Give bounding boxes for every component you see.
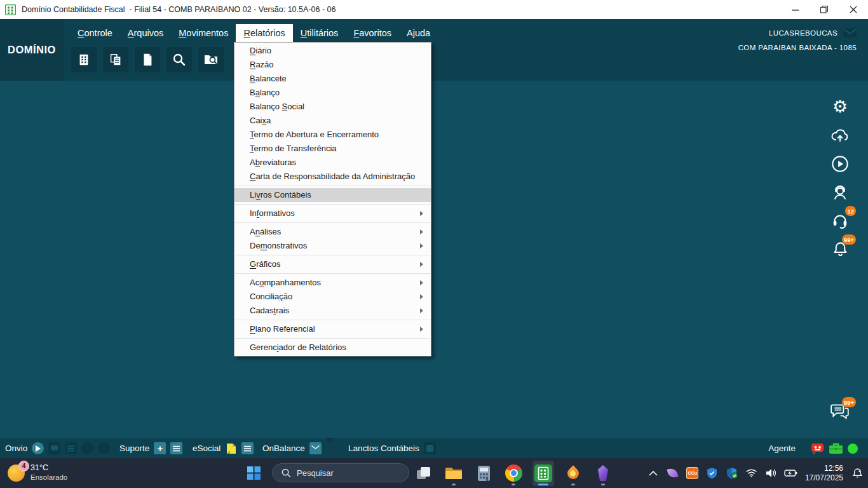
app-header: DOMÍNIO ControleArquivosMovimentosRelató… (0, 19, 868, 81)
settings-gear-icon[interactable]: ⚙ (830, 97, 850, 117)
menu-controle[interactable]: Controle (70, 24, 120, 42)
task-view-button[interactable] (413, 461, 435, 486)
onbalance-mail-icon[interactable] (309, 442, 322, 454)
menu-item-caixa[interactable]: Caixa (234, 114, 431, 128)
lanctos-icon[interactable] (424, 442, 436, 454)
submenu-arrow-icon (420, 280, 423, 285)
menu-separator (235, 255, 430, 255)
chat-messages-icon[interactable]: 99+ (830, 402, 850, 422)
menu-item-plano-referencial[interactable]: Plano Referencial (234, 322, 431, 336)
clock-time: 12:56 (805, 464, 843, 473)
start-button[interactable] (247, 466, 261, 480)
menu-separator (235, 338, 430, 339)
menu-item-balancete[interactable]: Balancete (234, 72, 431, 86)
menu-item-balanco[interactable]: Balanço (234, 86, 431, 100)
onvio-circle2-icon[interactable] (98, 442, 110, 454)
headset-support-icon[interactable]: 12 (830, 210, 850, 231)
weather-widget[interactable]: 4 31°C Ensolarado (8, 463, 67, 482)
chrome-button[interactable] (503, 461, 524, 486)
menu-item-informativos[interactable]: Informativos (234, 207, 431, 220)
menu-item-conciliacao[interactable]: Conciliação (234, 290, 431, 304)
lanctos-group[interactable]: Lanctos Contábeis (348, 438, 436, 458)
menu-item-razao[interactable]: Razão (234, 58, 431, 72)
tray-ccu-icon[interactable]: CCu (686, 464, 700, 483)
windows-taskbar: 4 31°C Ensolarado Pesquisar (0, 458, 868, 488)
toolbar (71, 47, 224, 72)
menu-item-acompanhamentos[interactable]: Acompanhamentos (234, 276, 431, 290)
menu-item-diario[interactable]: Diário (234, 44, 431, 58)
menu-ajuda[interactable]: Ajuda (399, 24, 438, 42)
menu-relatorios[interactable]: Relatórios (236, 24, 292, 42)
assistant-avatar-icon[interactable] (830, 182, 850, 203)
suporte-list-icon[interactable] (170, 442, 182, 454)
play-tutorial-icon[interactable] (830, 154, 850, 174)
menu-item-carta-de-responsabilidade-da-administracao[interactable]: Carta de Responsabilidade da Administraç… (234, 170, 431, 184)
firebird-flame-button[interactable] (562, 461, 584, 486)
esocial-group[interactable]: eSocial (193, 438, 254, 458)
minimize-button[interactable] (780, 0, 810, 19)
menu-item-graficos[interactable]: Gráficos (234, 257, 431, 271)
agente-group[interactable]: Agente (768, 438, 858, 458)
onvio-group[interactable]: Onvio (5, 438, 110, 458)
tray-wifi-icon[interactable] (745, 464, 759, 483)
copy-documents-button[interactable] (103, 47, 128, 72)
building-icon (77, 53, 91, 67)
agente-briefcase-icon[interactable] (829, 442, 843, 454)
tray-notification-bell-icon[interactable]: z (850, 464, 864, 483)
calculator-app-button[interactable] (473, 461, 494, 486)
esocial-list-icon[interactable] (241, 442, 254, 454)
menu-item-demonstrativos[interactable]: Demonstrativos (234, 239, 431, 253)
weather-condition: Ensolarado (31, 473, 67, 482)
taskbar-search[interactable]: Pesquisar (272, 463, 409, 482)
tray-volume-icon[interactable] (764, 464, 778, 483)
mail-envelope-icon[interactable] (843, 28, 857, 37)
folder-search-icon (203, 52, 219, 67)
menu-item-balanco-social[interactable]: Balanço Social (234, 100, 431, 114)
company-building-button[interactable] (71, 47, 97, 72)
cloud-upload-icon[interactable] (830, 125, 850, 146)
agente-status-dot[interactable] (848, 444, 858, 454)
menu-item-gerenciador-de-relatorios[interactable]: Gerenciador de Relatórios (234, 341, 431, 355)
dominio-logo: DOMÍNIO (0, 19, 64, 81)
agente-robot-icon[interactable] (811, 442, 824, 454)
obsidian-gem-button[interactable] (592, 461, 614, 486)
tray-defender-icon[interactable] (725, 464, 739, 483)
menu-separator (235, 204, 430, 205)
menu-item-termo-de-abertura-e-encerramento[interactable]: Termo de Abertura e Encerramento (234, 128, 431, 142)
tray-clock[interactable]: 12:56 17/07/2025 (805, 464, 843, 483)
clock-date: 17/07/2025 (805, 473, 843, 483)
onvio-list-icon[interactable] (65, 442, 77, 454)
menu-utilitarios[interactable]: Utilitários (293, 24, 346, 42)
tray-feather-icon[interactable] (666, 464, 680, 483)
search-button[interactable] (166, 47, 192, 72)
onvio-chat-icon[interactable] (48, 442, 60, 454)
menu-item-cadastrais[interactable]: Cadastrais (234, 304, 431, 318)
folder-search-button[interactable] (198, 47, 224, 72)
submenu-arrow-icon (420, 308, 423, 313)
relatorios-dropdown: DiárioRazãoBalanceteBalançoBalanço Socia… (234, 42, 431, 356)
suporte-group[interactable]: Suporte + (119, 438, 182, 458)
menu-item-termo-de-transferencia[interactable]: Termo de Transferência (234, 142, 431, 156)
submenu-arrow-icon (420, 229, 423, 234)
tray-shield-icon[interactable] (705, 464, 719, 483)
new-document-button[interactable] (135, 47, 160, 72)
menu-item-abreviaturas[interactable]: Abreviaturas (234, 156, 431, 170)
menu-favoritos[interactable]: Favoritos (346, 24, 399, 42)
onbalance-group[interactable]: OnBalance (262, 438, 334, 458)
onvio-play-icon[interactable] (32, 442, 44, 454)
tray-battery-icon[interactable] (784, 464, 798, 483)
dominio-app-button[interactable] (532, 461, 554, 486)
menu-arquivos[interactable]: Arquivos (120, 24, 171, 42)
file-explorer-button[interactable] (443, 461, 465, 486)
tray-chevron-icon[interactable] (646, 464, 660, 483)
restore-button[interactable] (810, 0, 839, 19)
suporte-add-icon[interactable]: + (154, 442, 166, 454)
onbalance-arrow-icon[interactable] (326, 444, 334, 453)
menu-item-analises[interactable]: Análises (234, 225, 431, 239)
notifications-bell-icon[interactable]: 99+ (830, 239, 850, 259)
menu-movimentos[interactable]: Movimentos (171, 24, 236, 42)
close-button[interactable] (839, 0, 868, 19)
esocial-page-icon[interactable] (225, 442, 237, 454)
menu-item-livros-contabeis[interactable]: Livros Contábeis (234, 188, 431, 202)
onvio-circle1-icon[interactable] (81, 442, 93, 454)
